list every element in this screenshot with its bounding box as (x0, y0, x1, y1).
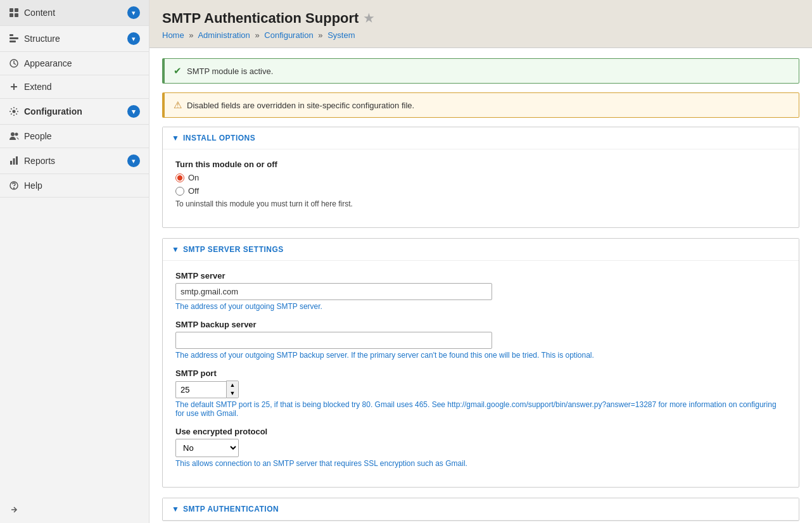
people-icon (9, 131, 19, 141)
radio-on-input[interactable] (175, 173, 184, 182)
smtp-auth-panel: ▼ SMTP AUTHENTICATION (162, 498, 799, 521)
smtp-backup-hint: The address of your outgoing SMTP backup… (175, 351, 786, 360)
success-message: SMTP module is active. (187, 66, 273, 76)
content-area: ✔ SMTP module is active. ⚠ Disabled fiel… (149, 48, 812, 523)
smtp-auth-header[interactable]: ▼ SMTP AUTHENTICATION (163, 498, 799, 520)
reports-icon (9, 156, 19, 166)
sidebar-item-help[interactable]: Help (0, 174, 149, 198)
protocol-select[interactable]: No SSL TLS (175, 439, 239, 457)
warning-alert: ⚠ Disabled fields are overridden in site… (162, 92, 799, 118)
sidebar-item-people[interactable]: People (0, 125, 149, 148)
smtp-port-input[interactable] (175, 381, 226, 398)
radio-group: On Off (175, 173, 786, 196)
svg-point-9 (11, 132, 15, 136)
install-options-header[interactable]: ▼ INSTALL OPTIONS (163, 127, 799, 149)
smtp-port-up[interactable]: ▲ (227, 381, 238, 389)
breadcrumb-configuration[interactable]: Configuration (264, 30, 313, 40)
reports-arrow: ▾ (127, 154, 140, 167)
breadcrumb-sep-2: » (255, 30, 259, 40)
main-content: SMTP Authentication Support ★ Home » Adm… (149, 0, 812, 523)
breadcrumb: Home » Administration » Configuration » … (162, 30, 799, 40)
svg-rect-6 (10, 41, 16, 42)
smtp-server-body: SMTP server The address of your outgoing… (163, 261, 799, 487)
sidebar-item-appearance[interactable]: Appearance (0, 52, 149, 75)
smtp-port-down[interactable]: ▼ (227, 389, 238, 398)
protocol-hint: This allows connection to an SMTP server… (175, 459, 786, 468)
help-icon (9, 180, 19, 191)
configuration-arrow: ▾ (127, 105, 140, 118)
page-header: SMTP Authentication Support ★ Home » Adm… (149, 0, 812, 48)
extend-icon (9, 82, 19, 92)
smtp-auth-toggle: ▼ (172, 505, 179, 514)
sidebar-item-configuration-label: Configuration (24, 106, 82, 117)
svg-rect-4 (10, 34, 13, 36)
sidebar-item-structure[interactable]: Structure ▾ (0, 26, 149, 52)
svg-rect-13 (16, 156, 18, 165)
warning-message: Disabled fields are overridden in site-s… (187, 101, 414, 110)
smtp-port-label: SMTP port (175, 369, 786, 378)
smtp-port-group: SMTP port ▲ ▼ The default SMTP port is 2… (175, 369, 786, 418)
svg-rect-1 (15, 8, 18, 12)
sidebar-item-reports[interactable]: Reports ▾ (0, 148, 149, 174)
uninstall-note: To uninstall this module you must turn i… (175, 199, 786, 208)
content-icon (9, 8, 19, 18)
svg-rect-11 (10, 161, 12, 165)
sidebar-item-appearance-label: Appearance (24, 58, 72, 68)
svg-rect-3 (15, 13, 18, 17)
sidebar-item-help-label: Help (24, 180, 42, 191)
success-alert: ✔ SMTP module is active. (162, 58, 799, 84)
smtp-backup-input[interactable] (175, 332, 492, 349)
protocol-label: Use encrypted protocol (175, 427, 786, 436)
success-icon: ✔ (174, 65, 182, 77)
collapse-icon (9, 505, 19, 517)
sidebar-item-content[interactable]: Content ▾ (0, 0, 149, 26)
smtp-port-spin: ▲ ▼ (226, 381, 239, 398)
breadcrumb-system[interactable]: System (327, 30, 355, 40)
smtp-backup-label: SMTP backup server (175, 320, 786, 329)
radio-on-option[interactable]: On (175, 173, 786, 182)
svg-rect-0 (10, 8, 13, 12)
sidebar-item-extend[interactable]: Extend (0, 75, 149, 99)
smtp-server-input[interactable] (175, 283, 492, 300)
svg-point-8 (13, 110, 16, 113)
configuration-icon (9, 106, 19, 117)
svg-rect-2 (10, 13, 13, 17)
sidebar-item-content-label: Content (24, 8, 55, 18)
smtp-port-hint: The default SMTP port is 25, if that is … (175, 400, 786, 418)
smtp-server-label: SMTP server (175, 271, 786, 280)
install-options-body: Turn this module on or off On Off To uni… (163, 149, 799, 227)
structure-icon (9, 34, 19, 44)
smtp-server-group: SMTP server The address of your outgoing… (175, 271, 786, 311)
sidebar-collapse[interactable] (0, 498, 149, 523)
radio-off-option[interactable]: Off (175, 186, 786, 196)
sidebar-item-configuration[interactable]: Configuration ▾ (0, 99, 149, 125)
smtp-server-title: SMTP SERVER SETTINGS (183, 245, 284, 254)
favorite-star-icon[interactable]: ★ (364, 11, 374, 25)
radio-off-input[interactable] (175, 187, 184, 196)
content-arrow: ▾ (127, 6, 140, 19)
svg-rect-12 (13, 158, 15, 165)
sidebar-item-structure-label: Structure (24, 34, 60, 44)
breadcrumb-administration[interactable]: Administration (198, 30, 250, 40)
smtp-server-header[interactable]: ▼ SMTP SERVER SETTINGS (163, 239, 799, 261)
radio-off-label: Off (188, 186, 199, 196)
module-toggle-label: Turn this module on or off (175, 160, 786, 169)
page-title-text: SMTP Authentication Support (162, 10, 358, 27)
smtp-server-panel: ▼ SMTP SERVER SETTINGS SMTP server The a… (162, 238, 799, 488)
install-options-title: INSTALL OPTIONS (183, 134, 255, 142)
protocol-group: Use encrypted protocol No SSL TLS This a… (175, 427, 786, 468)
sidebar: Content ▾ Structure ▾ Appearance Extend (0, 0, 149, 523)
svg-rect-5 (10, 37, 18, 39)
module-toggle-group: Turn this module on or off On Off To uni… (175, 160, 786, 208)
smtp-backup-group: SMTP backup server The address of your o… (175, 320, 786, 360)
breadcrumb-home[interactable]: Home (162, 30, 184, 40)
install-options-toggle: ▼ (172, 134, 179, 142)
sidebar-item-people-label: People (24, 131, 52, 141)
structure-arrow: ▾ (127, 32, 140, 45)
svg-point-10 (15, 133, 18, 136)
breadcrumb-sep-1: » (189, 30, 193, 40)
sidebar-item-extend-label: Extend (24, 82, 52, 92)
svg-point-15 (14, 188, 15, 189)
smtp-auth-title: SMTP AUTHENTICATION (183, 505, 279, 514)
appearance-icon (9, 58, 19, 68)
